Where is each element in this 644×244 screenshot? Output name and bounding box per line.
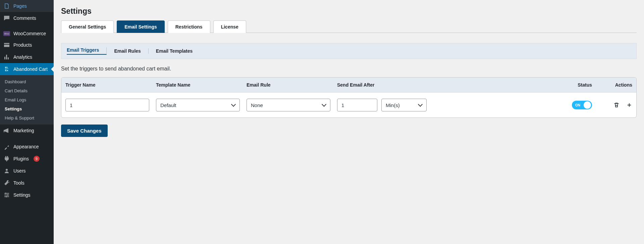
settings-icon <box>3 192 10 198</box>
sidebar-item-label: WooCommerce <box>13 31 46 36</box>
plugins-icon <box>3 155 10 162</box>
svg-point-4 <box>5 193 6 194</box>
col-header-template-name: Template Name <box>156 82 247 88</box>
cell-actions <box>602 102 632 108</box>
tools-icon <box>3 180 10 186</box>
elex-icon: ELEx <box>3 66 10 72</box>
email-rule-select[interactable]: None <box>247 99 330 111</box>
svg-point-5 <box>7 194 8 196</box>
save-changes-button[interactable]: Save Changes <box>61 125 108 137</box>
subtab-email-templates[interactable]: Email Templates <box>149 48 200 54</box>
sidebar-item-comments[interactable]: Comments <box>0 12 54 24</box>
status-toggle[interactable]: ON <box>572 101 592 109</box>
template-select[interactable]: Default <box>156 99 240 111</box>
cell-send-after: Min(s) <box>337 99 438 111</box>
sidebar-item-label: Tools <box>13 180 24 186</box>
tab-restrictions[interactable]: Restrictions <box>168 20 210 33</box>
cell-rule: None <box>247 99 337 111</box>
submenu-email-logs[interactable]: Email Logs <box>0 95 54 104</box>
tab-general-settings[interactable]: General Settings <box>61 20 114 33</box>
subtab-email-triggers[interactable]: Email Triggers <box>67 47 107 55</box>
sidebar-item-label: Products <box>13 42 32 48</box>
appearance-icon <box>3 143 10 150</box>
sidebar-submenu: Dashboard Cart Details Email Logs Settin… <box>0 75 54 125</box>
col-header-email-rule: Email Rule <box>247 82 337 88</box>
cell-template: Default <box>156 99 247 111</box>
cell-trigger-name <box>65 99 156 111</box>
col-header-send-after: Send Email After <box>337 82 438 88</box>
sidebar-item-users[interactable]: Users <box>0 165 54 177</box>
sidebar-item-products[interactable]: Products <box>0 39 54 51</box>
table-row: Default None Min(s) <box>61 93 636 117</box>
sub-tabs: Email Triggers Email Rules Email Templat… <box>61 43 637 59</box>
sidebar-item-label: Comments <box>13 15 36 21</box>
sidebar-item-label: Analytics <box>13 54 32 60</box>
analytics-icon <box>3 54 10 60</box>
submenu-cart-details[interactable]: Cart Details <box>0 86 54 95</box>
sidebar-item-label: Abandoned Cart <box>13 66 48 72</box>
sidebar-item-label: Marketing <box>13 128 34 133</box>
products-icon <box>3 42 10 48</box>
primary-tabs: General Settings Email Settings Restrict… <box>61 20 637 33</box>
triggers-table: Trigger Name Template Name Email Rule Se… <box>61 77 637 118</box>
submenu-help-support[interactable]: Help & Support <box>0 113 54 123</box>
comments-icon <box>3 15 10 21</box>
marketing-icon <box>3 127 10 134</box>
sidebar-item-marketing[interactable]: Marketing <box>0 125 54 137</box>
submenu-settings[interactable]: Settings <box>0 104 54 113</box>
sidebar-item-label: Pages <box>13 3 27 9</box>
sidebar-item-woocommerce[interactable]: Woo WooCommerce <box>0 28 54 39</box>
tab-email-settings[interactable]: Email Settings <box>117 20 164 33</box>
plugins-badge: 9 <box>34 156 40 162</box>
toggle-on-label: ON <box>575 103 580 107</box>
add-trigger-button[interactable] <box>626 102 632 108</box>
toggle-knob <box>584 101 591 109</box>
svg-point-0 <box>6 169 8 171</box>
sidebar-item-abandoned-cart[interactable]: ELEx Abandoned Cart <box>0 63 54 75</box>
svg-point-6 <box>6 196 7 197</box>
trigger-name-input[interactable] <box>65 99 149 111</box>
sidebar-item-settings[interactable]: Settings <box>0 189 54 201</box>
sidebar-item-label: Appearance <box>13 144 39 149</box>
sidebar-item-label: Settings <box>13 192 31 198</box>
page-title: Settings <box>61 7 637 16</box>
woo-icon: Woo <box>3 31 10 36</box>
sidebar-item-appearance[interactable]: Appearance <box>0 141 54 153</box>
cell-status: ON <box>438 101 602 109</box>
sidebar-item-analytics[interactable]: Analytics <box>0 51 54 63</box>
delete-trigger-button[interactable] <box>613 102 620 108</box>
sidebar-item-label: Plugins <box>13 156 29 161</box>
sidebar-item-pages[interactable]: Pages <box>0 0 54 12</box>
admin-sidebar: Pages Comments Woo WooCommerce Products … <box>0 0 54 244</box>
table-header-row: Trigger Name Template Name Email Rule Se… <box>61 78 636 93</box>
pages-icon <box>3 3 10 9</box>
sidebar-item-plugins[interactable]: Plugins 9 <box>0 153 54 165</box>
send-after-unit-select[interactable]: Min(s) <box>381 99 427 111</box>
sidebar-item-label: Users <box>13 168 26 174</box>
send-after-value-input[interactable] <box>337 99 377 111</box>
users-icon <box>3 167 10 174</box>
submenu-dashboard[interactable]: Dashboard <box>0 77 54 86</box>
col-header-actions: Actions <box>602 82 632 88</box>
subtab-email-rules[interactable]: Email Rules <box>107 48 148 54</box>
col-header-trigger-name: Trigger Name <box>65 82 156 88</box>
sidebar-item-tools[interactable]: Tools <box>0 177 54 189</box>
main-content: Settings General Settings Email Settings… <box>54 0 644 244</box>
col-header-status: Status <box>438 82 602 88</box>
trash-icon <box>613 102 620 108</box>
tab-license[interactable]: License <box>213 20 246 33</box>
section-description: Set the triggers to send abandoned cart … <box>61 66 637 72</box>
plus-icon <box>626 102 632 108</box>
